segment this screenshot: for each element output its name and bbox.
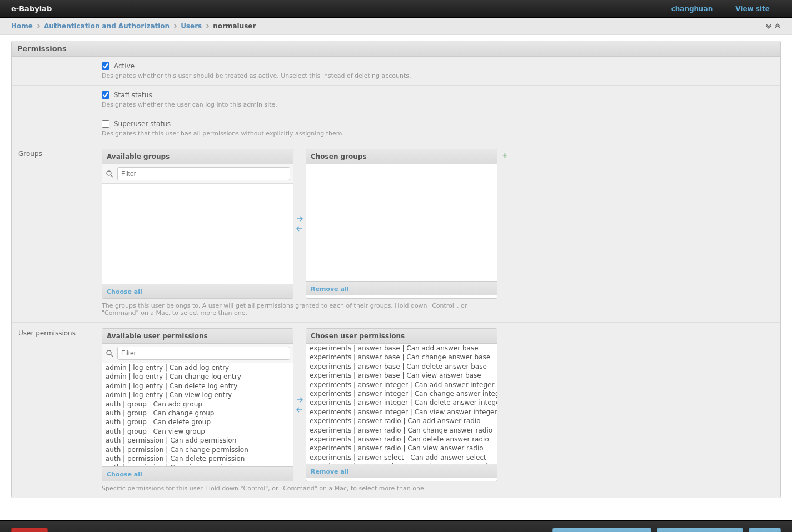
available-groups-list[interactable] bbox=[102, 184, 293, 284]
available-groups-filter[interactable] bbox=[117, 167, 290, 180]
collapse-all-icon[interactable] bbox=[774, 23, 781, 29]
header-bar: e-Babylab changhuan View site bbox=[0, 0, 792, 18]
groups-choose-all[interactable]: Choose all bbox=[107, 288, 142, 295]
permission-option[interactable]: auth | group | Can change group bbox=[102, 409, 293, 418]
available-permissions-list[interactable]: admin | log entry | Can add log entryadm… bbox=[102, 363, 293, 466]
move-right-icon[interactable] bbox=[295, 214, 304, 223]
module-title: Permissions bbox=[12, 41, 780, 57]
view-site-link[interactable]: View site bbox=[735, 5, 770, 13]
staff-label: Staff status bbox=[114, 91, 152, 99]
permission-option[interactable]: admin | log entry | Can delete log entry bbox=[102, 382, 293, 390]
groups-remove-all[interactable]: Remove all bbox=[311, 285, 348, 293]
available-groups-title: Available groups bbox=[102, 149, 293, 164]
permission-option[interactable]: experiments | answer integer | Can view … bbox=[306, 408, 497, 416]
submit-row: Delete Save and continue editing Save an… bbox=[0, 520, 792, 532]
move-left-icon[interactable] bbox=[295, 224, 304, 233]
breadcrumb-users[interactable]: Users bbox=[181, 22, 202, 30]
chevron-right-icon bbox=[173, 24, 177, 28]
permission-option[interactable]: experiments | answer integer | Can delet… bbox=[306, 398, 497, 407]
permission-option[interactable]: admin | log entry | Can add log entry bbox=[102, 363, 293, 372]
groups-row: Groups Available groups Choose all bbox=[12, 143, 780, 323]
permission-option[interactable]: auth | group | Can view group bbox=[102, 427, 293, 436]
permission-option[interactable]: experiments | answer base | Can add answ… bbox=[306, 344, 497, 353]
chosen-groups: Chosen groups Remove all bbox=[306, 149, 497, 299]
permission-option[interactable]: auth | group | Can add group bbox=[102, 400, 293, 409]
search-icon bbox=[105, 169, 114, 178]
chosen-groups-list[interactable] bbox=[306, 164, 497, 281]
permission-option[interactable]: auth | permission | Can change permissio… bbox=[102, 445, 293, 454]
header-user: changhuan bbox=[660, 0, 724, 17]
superuser-checkbox[interactable] bbox=[102, 120, 109, 128]
site-title: e-Babylab bbox=[11, 4, 660, 13]
permission-option[interactable]: experiments | answer base | Can change a… bbox=[306, 353, 497, 362]
search-icon bbox=[105, 349, 114, 358]
groups-label: Groups bbox=[18, 149, 102, 317]
user-permissions-help: Specific permissions for this user. Hold… bbox=[102, 485, 485, 492]
available-permissions: Available user permissions admin | log e… bbox=[102, 328, 293, 481]
available-groups: Available groups Choose all bbox=[102, 149, 293, 299]
save-continue-button[interactable]: Save and continue editing bbox=[552, 528, 652, 532]
available-permissions-filter[interactable] bbox=[117, 347, 290, 360]
staff-checkbox[interactable] bbox=[102, 91, 109, 99]
superuser-label: Superuser status bbox=[114, 120, 171, 128]
permission-option[interactable]: auth | permission | Can delete permissio… bbox=[102, 454, 293, 463]
chosen-permissions: Chosen user permissions experiments | an… bbox=[306, 328, 497, 481]
breadcrumb: Home Authentication and Authorization Us… bbox=[0, 18, 792, 35]
perms-remove-all[interactable]: Remove all bbox=[311, 468, 348, 475]
staff-row: Staff status Designates whether the user… bbox=[12, 86, 780, 114]
permission-option[interactable]: experiments | answer base | Can view ans… bbox=[306, 371, 497, 380]
permission-option[interactable]: experiments | answer integer | Can chang… bbox=[306, 389, 497, 398]
permission-option[interactable]: auth | permission | Can add permission bbox=[102, 436, 293, 445]
user-permissions-label: User permissions bbox=[18, 328, 102, 492]
permission-option[interactable]: experiments | answer radio | Can delete … bbox=[306, 435, 497, 444]
breadcrumb-current: normaluser bbox=[213, 22, 256, 30]
active-row: Active Designates whether this user shou… bbox=[12, 57, 780, 86]
add-group-icon[interactable]: + bbox=[502, 149, 508, 159]
groups-help: The groups this user belongs to. A user … bbox=[102, 302, 485, 317]
permission-option[interactable]: experiments | answer integer | Can add a… bbox=[306, 380, 497, 389]
staff-help: Designates whether the user can log into… bbox=[102, 101, 774, 108]
permission-option[interactable]: experiments | answer radio | Can change … bbox=[306, 426, 497, 435]
svg-point-0 bbox=[107, 171, 111, 175]
svg-line-3 bbox=[111, 354, 113, 357]
username-link[interactable]: changhuan bbox=[671, 5, 713, 13]
active-help: Designates whether this user should be t… bbox=[102, 72, 774, 79]
permission-option[interactable]: experiments | answer radio | Can view an… bbox=[306, 444, 497, 453]
move-left-icon[interactable] bbox=[295, 405, 304, 414]
permission-option[interactable]: auth | group | Can delete group bbox=[102, 418, 293, 426]
permission-option[interactable]: admin | log entry | Can view log entry bbox=[102, 390, 293, 399]
permission-option[interactable]: experiments | answer base | Can delete a… bbox=[306, 362, 497, 371]
breadcrumb-home[interactable]: Home bbox=[11, 22, 33, 30]
superuser-help: Designates that this user has all permis… bbox=[102, 130, 774, 137]
user-permissions-row: User permissions Available user permissi… bbox=[12, 323, 780, 498]
delete-button[interactable]: Delete bbox=[11, 528, 48, 532]
save-button[interactable]: Save bbox=[749, 528, 781, 532]
permission-option[interactable]: experiments | answer radio | Can add ans… bbox=[306, 416, 497, 425]
svg-line-1 bbox=[111, 175, 113, 177]
chevron-right-icon bbox=[36, 24, 41, 28]
available-permissions-title: Available user permissions bbox=[102, 329, 293, 344]
permission-option[interactable]: experiments | answer select | Can change… bbox=[306, 462, 497, 464]
save-add-button[interactable]: Save and add another bbox=[657, 528, 743, 532]
header-view-site: View site bbox=[724, 0, 781, 17]
active-label: Active bbox=[114, 62, 135, 70]
permission-option[interactable]: admin | log entry | Can change log entry bbox=[102, 372, 293, 381]
svg-point-2 bbox=[107, 350, 111, 355]
chevron-right-icon bbox=[205, 24, 210, 28]
move-right-icon[interactable] bbox=[295, 395, 304, 404]
perms-choose-all[interactable]: Choose all bbox=[107, 471, 142, 478]
breadcrumb-auth[interactable]: Authentication and Authorization bbox=[44, 22, 170, 30]
chosen-permissions-list[interactable]: experiments | answer base | Can add answ… bbox=[306, 344, 497, 464]
chosen-groups-title: Chosen groups bbox=[306, 149, 497, 164]
permissions-module: Permissions Active Designates whether th… bbox=[11, 41, 781, 498]
permission-option[interactable]: experiments | answer select | Can add an… bbox=[306, 453, 497, 462]
chosen-permissions-title: Chosen user permissions bbox=[306, 329, 497, 344]
active-checkbox[interactable] bbox=[102, 62, 109, 70]
expand-all-icon[interactable] bbox=[765, 23, 772, 29]
superuser-row: Superuser status Designates that this us… bbox=[12, 114, 780, 143]
